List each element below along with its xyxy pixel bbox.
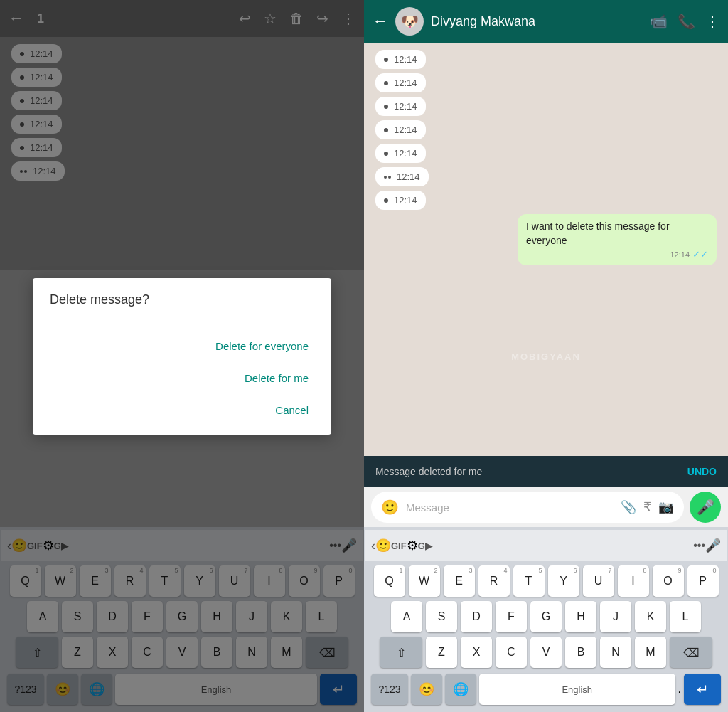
key-row-r3: ⇧ Z X C V B N M ⌫ bbox=[368, 637, 724, 668]
key-q-r[interactable]: 1Q bbox=[374, 565, 405, 597]
notification-text: Message deleted for me bbox=[375, 466, 482, 477]
keyboard-bottom-bar-right: ?123 😊 🌐 English . ↵ bbox=[365, 671, 727, 708]
right-input-bar: 🙂 Message 📎 ₹ 📷 🎤 bbox=[364, 487, 728, 527]
dot-icon bbox=[384, 58, 388, 62]
symbols-key-r[interactable]: ?123 bbox=[371, 674, 408, 705]
key-s-r[interactable]: S bbox=[426, 601, 457, 632]
list-item: 12:14 bbox=[375, 50, 426, 69]
message-time: 12:14 bbox=[394, 78, 417, 88]
keyboard-mic-right-icon[interactable]: 🎤 bbox=[705, 538, 721, 553]
right-top-bar: ← 🐶 Divyang Makwana 📹 📞 ⋮ bbox=[364, 0, 728, 43]
key-f-r[interactable]: F bbox=[496, 601, 527, 632]
key-row-r1: 1Q 2W 3E 4R 5T 6Y 7U 8I 9O 0P bbox=[368, 565, 724, 597]
right-back-button[interactable]: ← bbox=[373, 12, 388, 31]
message-time: 12:14 bbox=[394, 195, 417, 206]
key-r-r[interactable]: 4R bbox=[478, 565, 510, 597]
delete-for-me-button[interactable]: Delete for me bbox=[50, 362, 314, 394]
list-item: 12:14 bbox=[375, 73, 426, 92]
dot-icon bbox=[384, 128, 388, 132]
dot-icon bbox=[384, 105, 388, 109]
voice-call-icon[interactable]: 📞 bbox=[678, 13, 695, 30]
key-b-r[interactable]: B bbox=[565, 637, 596, 668]
mic-button[interactable]: 🎤 bbox=[690, 492, 721, 523]
key-d-r[interactable]: D bbox=[461, 601, 492, 632]
list-item: 12:14 bbox=[375, 167, 429, 186]
video-call-icon[interactable]: 📹 bbox=[650, 13, 668, 30]
settings-keyboard-right-icon[interactable]: ⚙ bbox=[407, 538, 418, 553]
emoji-sticker-icon[interactable]: 🙂 bbox=[375, 538, 391, 553]
period-key-r[interactable]: . bbox=[678, 683, 681, 696]
right-panel: ← 🐶 Divyang Makwana 📹 📞 ⋮ 12:14 12:14 12… bbox=[364, 0, 728, 712]
shift-key-r[interactable]: ⇧ bbox=[380, 637, 422, 668]
key-h-r[interactable]: H bbox=[565, 601, 596, 632]
backspace-key-r[interactable]: ⌫ bbox=[670, 637, 712, 668]
message-time: 12:14 bbox=[394, 54, 417, 65]
delete-dialog-title: Delete message? bbox=[50, 292, 314, 307]
sent-message-text: I want to delete this message for everyo… bbox=[526, 220, 708, 248]
list-item: 12:14 bbox=[375, 191, 426, 210]
message-placeholder[interactable]: Message bbox=[406, 501, 614, 514]
delete-dialog-actions: Delete for everyone Delete for me Cancel bbox=[50, 330, 314, 426]
list-item: 12:14 bbox=[375, 97, 426, 116]
key-a-r[interactable]: A bbox=[391, 601, 422, 632]
delete-for-everyone-button[interactable]: Delete for everyone bbox=[50, 330, 314, 362]
key-t-r[interactable]: 5T bbox=[513, 565, 545, 597]
sent-message-bubble: I want to delete this message for everyo… bbox=[518, 214, 717, 265]
key-z-r[interactable]: Z bbox=[426, 637, 457, 668]
message-ticks: ✓✓ bbox=[692, 249, 708, 260]
attachment-icon[interactable]: 📎 bbox=[621, 499, 636, 515]
rupee-icon[interactable]: ₹ bbox=[643, 499, 651, 515]
double-dot-icon bbox=[384, 176, 391, 179]
emoji-button[interactable]: 🙂 bbox=[381, 499, 399, 516]
key-j-r[interactable]: J bbox=[600, 601, 631, 632]
key-g-r[interactable]: G bbox=[530, 601, 562, 632]
key-k-r[interactable]: K bbox=[635, 601, 666, 632]
emoji-key-r[interactable]: 😊 bbox=[411, 674, 442, 705]
key-m-r[interactable]: M bbox=[635, 637, 666, 668]
cancel-button[interactable]: Cancel bbox=[50, 394, 314, 426]
key-n-r[interactable]: N bbox=[600, 637, 631, 668]
dot-icon bbox=[384, 152, 388, 156]
keyboard-rows-right: 1Q 2W 3E 4R 5T 6Y 7U 8I 9O 0P A S D F G … bbox=[365, 561, 727, 671]
contact-name[interactable]: Divyang Makwana bbox=[431, 14, 643, 29]
key-o-r[interactable]: 9O bbox=[653, 565, 684, 597]
more-options-right-icon[interactable]: ⋮ bbox=[705, 13, 719, 30]
list-item: 12:14 bbox=[375, 120, 426, 139]
space-key-r[interactable]: English bbox=[479, 674, 675, 705]
key-w-r[interactable]: 2W bbox=[409, 565, 440, 597]
list-item: 12:14 bbox=[375, 144, 426, 163]
key-i-r[interactable]: 8I bbox=[618, 565, 649, 597]
key-v-r[interactable]: V bbox=[530, 637, 562, 668]
delete-dialog-overlay: Delete message? Delete for everyone Dele… bbox=[0, 0, 364, 712]
key-p-r[interactable]: 0P bbox=[687, 565, 719, 597]
globe-key-r[interactable]: 🌐 bbox=[445, 674, 476, 705]
undo-button[interactable]: UNDO bbox=[687, 466, 717, 477]
key-c-r[interactable]: C bbox=[496, 637, 527, 668]
right-messages: 12:14 12:14 12:14 12:14 12:14 12:14 12:1… bbox=[364, 43, 728, 456]
action-icons: 📹 📞 ⋮ bbox=[650, 13, 719, 30]
key-e-r[interactable]: 3E bbox=[444, 565, 475, 597]
notification-bar: Message deleted for me UNDO bbox=[364, 456, 728, 487]
message-input-area[interactable]: 🙂 Message 📎 ₹ 📷 bbox=[371, 492, 684, 523]
key-x-r[interactable]: X bbox=[461, 637, 492, 668]
more-keyboard-right-icon[interactable]: ••• bbox=[693, 539, 705, 552]
delete-dialog: Delete message? Delete for everyone Dele… bbox=[33, 278, 331, 435]
camera-icon[interactable]: 📷 bbox=[658, 499, 674, 515]
translate-right-icon[interactable]: G▶ bbox=[418, 541, 432, 551]
gif-button-right[interactable]: GIF bbox=[391, 541, 407, 551]
sent-message-meta: 12:14 ✓✓ bbox=[526, 249, 708, 260]
key-u-r[interactable]: 7U bbox=[583, 565, 614, 597]
message-time: 12:14 bbox=[394, 124, 417, 135]
message-time: 12:14 bbox=[397, 171, 420, 182]
message-time: 12:14 bbox=[394, 101, 417, 112]
right-keyboard: ‹ 🙂 GIF ⚙ G▶ ••• 🎤 1Q 2W 3E 4R 5T 6Y 7U … bbox=[364, 527, 728, 712]
enter-key-r[interactable]: ↵ bbox=[684, 674, 721, 705]
left-panel: ← 1 ↩ ☆ 🗑 ↪ ⋮ 12:14 12:14 12:14 12:14 12… bbox=[0, 0, 364, 712]
key-l-r[interactable]: L bbox=[670, 601, 701, 632]
dot-icon bbox=[384, 81, 388, 85]
avatar[interactable]: 🐶 bbox=[395, 7, 424, 36]
keyboard-toolbar-right: ‹ 🙂 GIF ⚙ G▶ ••• 🎤 bbox=[365, 530, 727, 561]
sent-message-time: 12:14 bbox=[670, 250, 690, 259]
key-row-r2: A S D F G H J K L bbox=[368, 601, 724, 632]
key-y-r[interactable]: 6Y bbox=[548, 565, 579, 597]
